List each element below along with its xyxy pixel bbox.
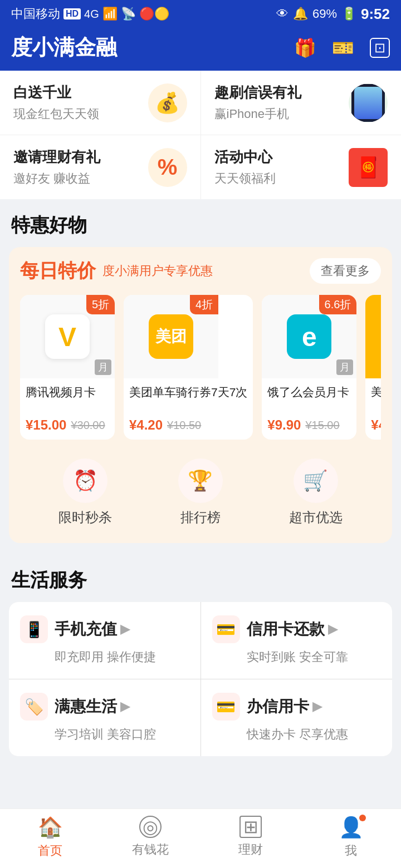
credit-repay-icon: 💳	[212, 615, 240, 643]
main-content: 白送千业 现金红包天天领 💰 趣刷信误有礼 赢iPhone手机 邀请理财有礼 邀…	[0, 71, 401, 823]
iphone-screen	[354, 87, 382, 119]
tencent-icon: V	[45, 314, 90, 359]
promo-item-2[interactable]: 趣刷信误有礼 赢iPhone手机	[201, 71, 402, 135]
promo-text-3: 邀请理财有礼 邀好友 赚收益	[13, 147, 100, 187]
home-label: 首页	[38, 842, 62, 859]
service-manhui-header: 🏷️ 满惠生活 ▶	[20, 693, 189, 721]
service-mobile-recharge[interactable]: 📱 手机充值 ▶ 即充即用 操作便捷	[9, 602, 200, 679]
app-header: 度小满金融 🎁 🎫 ⊡	[0, 28, 401, 71]
gift-icon[interactable]: 🎁	[294, 37, 316, 58]
discount-badge-2: 4折	[190, 295, 218, 314]
current-price-partial: ¥4	[371, 417, 381, 433]
shortcut-ranking[interactable]: 🏆 排行榜	[178, 458, 223, 526]
mobile-recharge-label: 手机充值	[55, 619, 117, 640]
service-apply-credit[interactable]: 💳 办信用卡 ▶ 快速办卡 尽享优惠	[201, 679, 393, 756]
product-card-partial[interactable]: 美 美团... ¥4	[365, 295, 381, 440]
product-info-3: 饿了么会员月卡 ¥9.90 ¥15.00	[262, 378, 356, 440]
flash-sale-icon: ⏰	[63, 458, 107, 503]
services-grid: 📱 手机充值 ▶ 即充即用 操作便捷 💳 信用卡还款 ▶ 实时	[9, 602, 392, 756]
iphone-mockup	[351, 84, 385, 122]
current-price-1: ¥15.00	[26, 417, 66, 433]
youqianhua-label: 有钱花	[132, 841, 169, 858]
header-icons: 🎁 🎫 ⊡	[294, 37, 390, 58]
original-price-3: ¥15.00	[305, 419, 339, 432]
manhui-label: 满惠生活	[55, 696, 117, 717]
promo-text-1: 白送千业 现金红包天天领	[13, 83, 99, 122]
service-mobile-header: 📱 手机充值 ▶	[20, 615, 189, 643]
promo-item-1[interactable]: 白送千业 现金红包天天领 💰	[0, 71, 200, 135]
shortcut-flash-sale[interactable]: ⏰ 限时秒杀	[58, 458, 112, 526]
nav-youqianhua[interactable]: ◎ 有钱花	[111, 816, 189, 859]
shortcut-supermarket[interactable]: 🛒 超市优选	[289, 458, 343, 526]
me-badge	[359, 815, 366, 821]
credit-repay-title: 信用卡还款 ▶	[247, 619, 338, 640]
product-card-eleme[interactable]: 6.6折 e 月 饿了么会员月卡 ¥9.90 ¥15.00	[262, 295, 356, 440]
promo-title-1: 白送千业	[13, 83, 99, 102]
status-left: 中国移动 HD 4G 📶 📡 🔴🟡	[11, 6, 169, 22]
deals-header: 每日特价 度小满用户专享优惠 查看更多	[20, 258, 381, 284]
promo-icon-1: 💰	[148, 83, 187, 122]
wifi-icon: 📡	[121, 7, 136, 21]
nav-me[interactable]: 👤 我	[312, 816, 390, 859]
month-tag-3: 月	[336, 359, 353, 375]
more-button[interactable]: 查看更多	[310, 258, 381, 284]
product-price-partial: ¥4	[371, 417, 381, 433]
daily-deals-title: 每日特价	[20, 258, 96, 284]
promo-title-4: 活动中心	[214, 147, 276, 167]
red-envelope-icon: 🧧	[349, 148, 388, 187]
promo-item-3[interactable]: 邀请理财有礼 邀好友 赚收益 %	[0, 135, 200, 199]
licai-label: 理财	[238, 841, 263, 858]
current-price-3: ¥9.90	[267, 417, 301, 433]
current-price-2: ¥4.20	[129, 417, 163, 433]
signal-icon: 📶	[102, 7, 118, 21]
life-services-section: 生活服务 📱 手机充值 ▶ 即充即用 操作便捷 💳 信	[0, 554, 401, 756]
supermarket-label: 超市优选	[289, 509, 343, 526]
promo-item-4[interactable]: 活动中心 天天领福利 🧧	[201, 135, 402, 199]
product-image-meituan: 4折 美团	[124, 295, 218, 378]
apply-credit-desc: 快速办卡 尽享优惠	[212, 726, 382, 743]
product-name-1: 腾讯视频月卡	[26, 384, 109, 413]
product-info-2: 美团单车骑行券7天7次 ¥4.20 ¥10.50	[124, 378, 253, 440]
promo-icon-2	[349, 83, 388, 122]
promo-icon-4: 🧧	[349, 148, 388, 187]
nav-home[interactable]: 🏠 首页	[11, 816, 89, 859]
alarm-icon: 🔔	[293, 7, 308, 21]
manhui-arrow: ▶	[120, 699, 130, 714]
service-credit-header: 💳 信用卡还款 ▶	[212, 615, 382, 643]
service-manhui-life[interactable]: 🏷️ 满惠生活 ▶ 学习培训 美容口腔	[9, 679, 200, 756]
promo-subtitle-1: 现金红包天天领	[13, 106, 99, 122]
manhui-title: 满惠生活 ▶	[55, 696, 130, 717]
deals-header-left: 每日特价 度小满用户专享优惠	[20, 258, 213, 284]
coupon-icon[interactable]: 🎫	[332, 37, 354, 58]
promo-title-2: 趣刷信误有礼	[214, 83, 301, 102]
product-card-tencent[interactable]: 5折 V 月 腾讯视频月卡 ¥15.00 ¥30.00	[20, 295, 115, 440]
4g-badge: 4G	[84, 8, 99, 21]
service-credit-repay[interactable]: 💳 信用卡还款 ▶ 实时到账 安全可靠	[201, 602, 393, 679]
month-tag-1: 月	[95, 359, 111, 375]
special-deals-title: 特惠好物	[0, 199, 401, 247]
nav-licai[interactable]: ⊞ 理财	[212, 816, 290, 859]
special-deals-section: 特惠好物 每日特价 度小满用户专享优惠 查看更多 5折 V	[0, 199, 401, 543]
product-image-tencent: 5折 V 月	[20, 295, 115, 378]
me-label: 我	[345, 842, 357, 859]
product-price-3: ¥9.90 ¥15.00	[267, 417, 351, 433]
scan-icon[interactable]: ⊡	[370, 38, 390, 58]
promo-subtitle-4: 天天领福利	[214, 170, 276, 187]
status-right: 👁 🔔 69% 🔋 9:52	[276, 6, 390, 23]
promo-subtitle-3: 邀好友 赚收益	[13, 170, 100, 187]
meituan-icon: 美团	[149, 314, 193, 359]
product-image-partial: 美	[365, 295, 381, 378]
product-card-meituan[interactable]: 4折 美团 美团单车骑行券7天7次 ¥4.20 ¥10.50	[124, 295, 253, 440]
apply-credit-title: 办信用卡 ▶	[247, 696, 322, 717]
shortcuts: ⏰ 限时秒杀 🏆 排行榜 🛒 超市优选	[20, 447, 381, 532]
mobile-recharge-desc: 即充即用 操作便捷	[20, 649, 189, 665]
discount-badge-3: 6.6折	[319, 295, 357, 314]
supermarket-icon: 🛒	[294, 458, 338, 503]
service-apply-header: 💳 办信用卡 ▶	[212, 693, 382, 721]
bottom-nav: 🏠 首页 ◎ 有钱花 ⊞ 理财 👤 我	[0, 808, 401, 868]
apply-credit-arrow: ▶	[312, 699, 322, 714]
deals-section: 每日特价 度小满用户专享优惠 查看更多 5折 V 月	[9, 247, 392, 543]
ranking-label: 排行榜	[180, 509, 221, 526]
me-icon-wrap: 👤	[339, 816, 364, 839]
status-bar: 中国移动 HD 4G 📶 📡 🔴🟡 👁 🔔 69% 🔋 9:52	[0, 0, 401, 28]
